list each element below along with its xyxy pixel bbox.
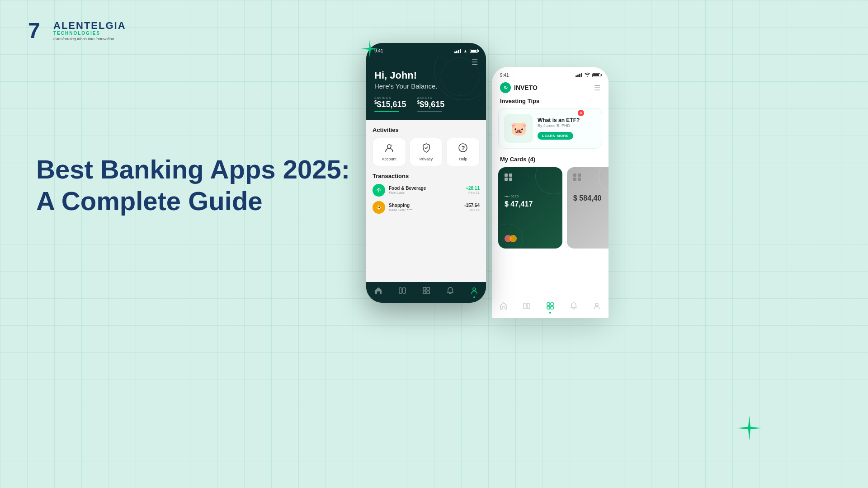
savings-amount: $$15,615	[374, 100, 406, 109]
tip-content: ✕ What is an ETF? By James B, PHD LEARN …	[538, 117, 580, 140]
assets-label: ASSETS	[417, 96, 445, 99]
investing-tip-card[interactable]: 🐷 ✕ What is an ETF? By James B, PHD LEAR…	[498, 108, 602, 149]
trans-2-value: -157.64	[464, 203, 480, 208]
svg-rect-10	[427, 291, 429, 294]
white-nav-home[interactable]	[500, 302, 508, 312]
card-dots-label: •••• 6175	[505, 194, 556, 198]
privacy-icon	[413, 143, 440, 155]
inveto-logo: ↻ INVETO	[500, 82, 538, 93]
transactions-title: Transactions	[373, 173, 480, 179]
card-gray[interactable]: $ 584,40 VISA	[567, 167, 609, 249]
card-amount: $ 47,417	[505, 200, 556, 208]
trans-2-sub: H&M 1257 ****	[389, 208, 461, 212]
nav-list[interactable]	[398, 286, 406, 296]
trans-1-info: Food & Beverage Five Lods	[389, 186, 462, 195]
white-nav-list[interactable]	[523, 302, 531, 312]
svg-point-18	[595, 303, 598, 306]
trans-1-amount: +28.11 Feb 21	[466, 186, 480, 195]
white-nav-grid-active[interactable]	[546, 302, 554, 312]
svg-rect-12	[524, 303, 526, 309]
phone-dark: 9:41 ▲ ☰ Hi, John! Here's Your Balance. …	[366, 43, 486, 303]
phone-white: 9:41 ↻ INVETO ☰ Investing Tips	[492, 67, 609, 318]
assets-balance: ASSETS $$9,615	[417, 96, 445, 112]
dark-bottom-nav	[366, 282, 486, 303]
svg-rect-15	[551, 303, 553, 305]
dark-white-section: Activities Account	[366, 120, 486, 282]
nav-home[interactable]	[374, 286, 382, 296]
white-signal-icon	[576, 73, 582, 77]
svg-text:?: ?	[462, 145, 465, 151]
investing-tips-section: Investing Tips 🐷 ✕ What is an ETF? By Ja…	[492, 98, 609, 153]
nav-profile-active[interactable]	[470, 286, 478, 296]
logo-text-group: ALENTELGIA TECHNOLOGIES transforming ide…	[53, 21, 126, 41]
wifi-icon: ▲	[463, 49, 467, 53]
investing-tips-title: Investing Tips	[492, 98, 609, 108]
svg-rect-7	[423, 287, 426, 290]
svg-rect-16	[547, 306, 550, 309]
trans-1-name: Food & Beverage	[389, 186, 462, 191]
account-icon	[376, 143, 403, 155]
signal-icon	[454, 49, 461, 53]
white-status-icons	[576, 72, 600, 78]
nav-bell[interactable]	[446, 286, 454, 296]
svg-rect-5	[399, 288, 402, 293]
activities-row: Account Privacy	[373, 138, 480, 166]
help-label: Help	[449, 157, 476, 161]
card-amount-gray: $ 584,40	[573, 194, 609, 202]
logo: 7 ALENTELGIA TECHNOLOGIES transforming i…	[27, 18, 126, 44]
white-battery-icon	[592, 73, 600, 77]
heading-line1: Best Banking Apps 2025:	[36, 155, 350, 184]
trans-1-sub: Five Lods	[389, 191, 462, 195]
card-dark[interactable]: •••• 6175 $ 47,417	[498, 167, 562, 249]
white-menu-icon[interactable]: ☰	[594, 84, 600, 92]
sparkle-bottom-icon	[737, 416, 762, 441]
activity-help[interactable]: ? Help	[446, 138, 480, 166]
heading-line2: A Complete Guide	[36, 186, 263, 216]
trans-2-info: Shopping H&M 1257 ****	[389, 203, 461, 212]
inveto-name: INVETO	[514, 84, 538, 91]
sparkle-top-icon	[361, 40, 379, 58]
svg-rect-14	[547, 303, 550, 305]
svg-point-2	[391, 145, 392, 146]
svg-point-1	[387, 145, 391, 148]
learn-more-button[interactable]: LEARN MORE	[538, 132, 573, 140]
savings-label: SAVINGS	[374, 96, 406, 99]
battery-icon	[470, 49, 478, 53]
logo-number: 7	[27, 18, 50, 44]
svg-rect-6	[403, 288, 406, 293]
mastercard-logo	[505, 235, 517, 242]
nav-grid[interactable]	[422, 286, 430, 296]
svg-point-11	[473, 288, 476, 291]
trans-up-icon	[373, 184, 385, 197]
tip-author: By James B, PHD	[538, 123, 580, 128]
svg-rect-8	[427, 287, 429, 290]
white-nav-profile[interactable]	[593, 302, 601, 312]
activity-privacy[interactable]: Privacy	[410, 138, 443, 166]
white-status-bar: 9:41	[492, 67, 609, 80]
cards-row: •••• 6175 $ 47,417	[492, 167, 609, 249]
assets-amount: $$9,615	[417, 100, 445, 109]
trans-2-date: Jan 14	[464, 208, 480, 212]
logo-brand: ALENTELGIA	[53, 21, 126, 31]
grid-icon	[505, 174, 513, 181]
trans-1-value: +28.11	[466, 186, 480, 191]
white-nav-bell[interactable]	[570, 302, 578, 312]
my-cards-section: My Cards (4) •••• 6175 $ 47,417	[492, 153, 609, 249]
svg-text:7: 7	[28, 19, 40, 41]
privacy-label: Privacy	[413, 157, 440, 161]
tip-title: What is an ETF?	[538, 117, 580, 123]
svg-rect-17	[551, 306, 553, 309]
tip-icon: 🐷	[504, 114, 533, 143]
account-label: Account	[376, 157, 403, 161]
logo-technologies: TECHNOLOGIES	[53, 31, 126, 36]
transaction-1: Food & Beverage Five Lods +28.11 Feb 21	[373, 184, 480, 197]
dark-status-bar: 9:41 ▲	[366, 43, 486, 55]
trans-2-name: Shopping	[389, 203, 461, 208]
svg-rect-9	[423, 291, 426, 294]
trans-down-icon	[373, 201, 385, 214]
inveto-logo-icon: ↻	[500, 82, 511, 93]
activities-title: Activities	[373, 127, 480, 133]
logo-tagline: transforming ideas into innovation	[53, 37, 126, 41]
activity-account[interactable]: Account	[373, 138, 406, 166]
close-badge[interactable]: ✕	[578, 110, 584, 116]
